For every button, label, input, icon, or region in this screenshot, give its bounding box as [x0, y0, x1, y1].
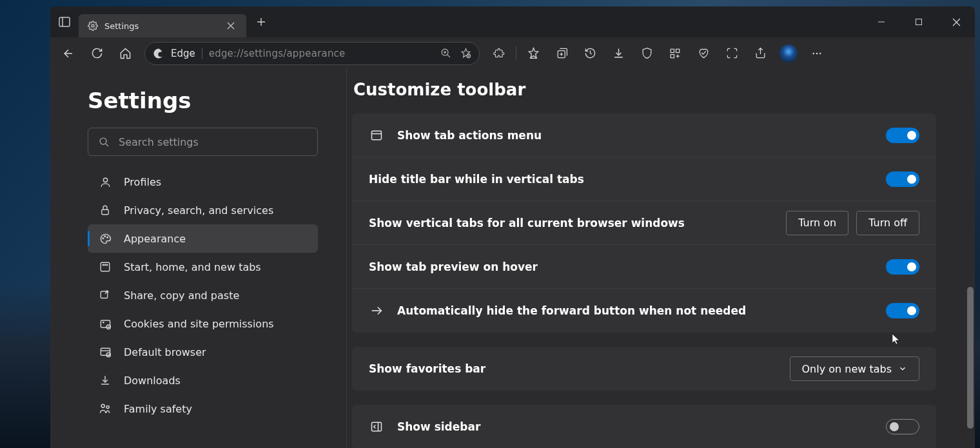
svg-line-34: [106, 144, 108, 146]
download-icon: [98, 375, 112, 386]
svg-point-31: [816, 52, 818, 54]
family-icon: [98, 402, 112, 415]
svg-point-46: [103, 322, 103, 322]
panel-icon: [369, 129, 384, 142]
turn-on-button[interactable]: Turn on: [786, 211, 848, 235]
browser-icon: [98, 346, 112, 358]
apps-button[interactable]: [662, 42, 688, 65]
sidebar-item-default-browser[interactable]: Default browser: [88, 338, 318, 366]
lock-icon: [98, 204, 112, 216]
svg-rect-40: [101, 262, 110, 271]
row-hide-forward: Automatically hide the forward button wh…: [352, 289, 936, 333]
avatar-icon: [779, 44, 798, 63]
tab-settings[interactable]: Settings: [79, 14, 246, 37]
sidebar-item-start[interactable]: Start, home, and new tabs: [88, 253, 318, 281]
address-bar[interactable]: Edge edge://settings/appearance: [144, 42, 480, 65]
window-maximize-button[interactable]: [900, 6, 937, 37]
more-menu-button[interactable]: [804, 42, 830, 65]
back-button[interactable]: [55, 42, 81, 65]
svg-rect-24: [671, 49, 674, 52]
toggle-tab-preview[interactable]: [886, 259, 919, 275]
favorites-button[interactable]: [520, 42, 546, 65]
toggle-hide-forward[interactable]: [886, 303, 919, 318]
svg-point-53: [101, 404, 104, 407]
profile-icon: [98, 176, 112, 188]
tracking-prevention-button[interactable]: [634, 42, 660, 65]
toggle-show-sidebar[interactable]: [886, 419, 919, 434]
sidebar-item-profiles[interactable]: Profiles: [88, 168, 318, 196]
svg-point-33: [100, 138, 106, 144]
svg-point-30: [812, 52, 814, 54]
address-label: Edge: [171, 48, 195, 59]
palette-icon: [98, 233, 112, 245]
sidebar-item-privacy[interactable]: Privacy, search, and services: [88, 196, 318, 224]
browser-essentials-button[interactable]: [691, 42, 716, 65]
refresh-button[interactable]: [84, 42, 110, 65]
svg-line-12: [447, 55, 450, 57]
address-url: edge://settings/appearance: [209, 48, 346, 59]
svg-point-39: [106, 237, 108, 238]
vertical-tabs-button[interactable]: [50, 16, 79, 28]
svg-point-37: [103, 237, 104, 239]
svg-rect-36: [102, 209, 109, 215]
sidebar-icon: [369, 420, 384, 433]
chevron-down-icon: [898, 364, 907, 373]
toggle-hide-title-bar[interactable]: [886, 171, 919, 187]
svg-point-54: [106, 405, 109, 408]
arrow-right-icon: [369, 304, 384, 318]
svg-point-32: [819, 52, 821, 54]
screenshot-button[interactable]: [719, 42, 745, 65]
svg-rect-26: [671, 54, 674, 57]
grid-icon: [98, 261, 112, 273]
svg-rect-48: [101, 348, 110, 355]
row-favorites-bar: Show favorites bar Only on new tabs: [352, 347, 936, 391]
extensions-button[interactable]: [486, 42, 512, 65]
share-icon: [98, 289, 112, 301]
svg-point-41: [103, 264, 104, 266]
search-icon: [99, 137, 110, 148]
sidebar-item-family[interactable]: Family safety: [88, 394, 318, 423]
window-minimize-button[interactable]: [863, 6, 900, 37]
sidebar-item-downloads[interactable]: Downloads: [88, 366, 318, 394]
history-button[interactable]: [577, 42, 603, 65]
share-button[interactable]: [747, 42, 773, 65]
svg-point-42: [104, 264, 106, 266]
svg-point-2: [92, 24, 94, 27]
page-heading: Customize toolbar: [353, 80, 936, 99]
row-hide-title-bar: Hide title bar while in vertical tabs: [352, 157, 936, 201]
toggle-tab-actions[interactable]: [886, 128, 919, 143]
svg-point-35: [103, 178, 107, 182]
row-tab-preview: Show tab preview on hover: [352, 245, 936, 289]
profile-button[interactable]: [776, 42, 801, 65]
new-tab-button[interactable]: [250, 11, 272, 33]
zoom-icon[interactable]: [440, 48, 451, 59]
downloads-button[interactable]: [605, 42, 631, 65]
svg-rect-0: [59, 17, 70, 26]
scrollbar[interactable]: [966, 81, 975, 448]
cookies-icon: [98, 318, 112, 330]
svg-rect-55: [372, 131, 382, 139]
svg-rect-58: [372, 422, 382, 431]
svg-point-38: [104, 235, 105, 237]
svg-point-43: [106, 264, 108, 266]
edge-logo-icon: [153, 48, 164, 59]
favorites-bar-select[interactable]: Only on new tabs: [790, 356, 919, 381]
collections-button[interactable]: [549, 42, 574, 65]
window-close-button[interactable]: [937, 6, 975, 37]
settings-title: Settings: [88, 88, 318, 113]
svg-rect-25: [676, 49, 680, 52]
favorite-icon[interactable]: [460, 48, 471, 59]
home-button[interactable]: [112, 42, 138, 65]
tab-title: Settings: [104, 21, 139, 31]
search-placeholder: Search settings: [119, 136, 199, 148]
sidebar-item-appearance[interactable]: Appearance: [88, 224, 318, 253]
row-vertical-tabs-all: Show vertical tabs for all current brows…: [352, 201, 936, 245]
svg-rect-8: [916, 19, 922, 25]
sidebar-item-cookies[interactable]: Cookies and site permissions: [88, 309, 318, 338]
sidebar-item-share[interactable]: Share, copy and paste: [88, 281, 318, 309]
tab-close-button[interactable]: [222, 17, 240, 35]
turn-off-button[interactable]: Turn off: [856, 211, 919, 235]
gear-icon: [88, 21, 98, 31]
search-input[interactable]: Search settings: [88, 128, 318, 156]
row-show-sidebar: Show sidebar: [352, 405, 936, 448]
